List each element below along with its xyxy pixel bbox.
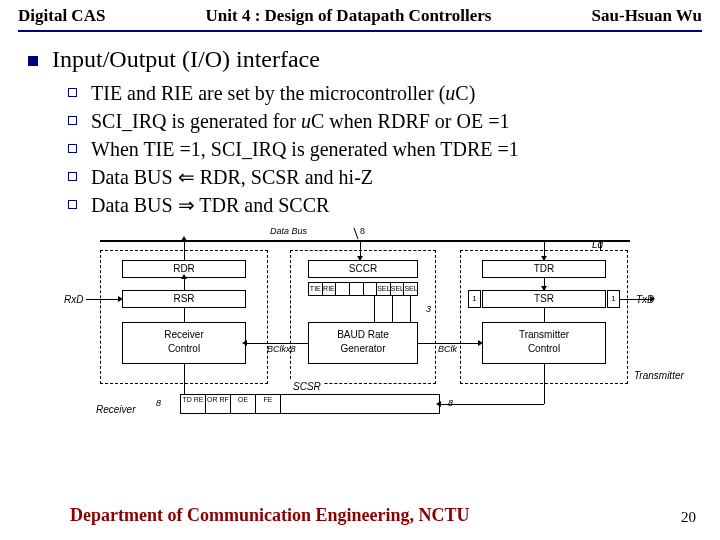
arrow-left-icon xyxy=(436,401,441,407)
connector xyxy=(410,296,411,322)
connector xyxy=(86,299,122,300)
transmitter-label: Transmitter xyxy=(634,370,684,381)
arrow-left-icon xyxy=(242,340,247,346)
bus-width-8: 8 xyxy=(448,398,453,408)
level2-text: Data BUS ⇒ TDR and SCCR xyxy=(91,193,329,218)
baud-generator-block: BAUD Rate Generator xyxy=(308,322,418,364)
level1-text: Input/Output (I/O) interface xyxy=(52,46,320,73)
level2-item: When TIE =1, SCI_IRQ is generated when T… xyxy=(68,137,692,162)
receiver-label: Receiver xyxy=(96,404,135,415)
connector xyxy=(184,278,185,290)
level2-list: TIE and RIE are set by the microcontroll… xyxy=(68,81,692,218)
connector xyxy=(184,308,185,322)
block-diagram: Data Bus 8 RDR RSR Receiver Control RxD … xyxy=(60,226,660,426)
bus-width-tick xyxy=(353,228,358,240)
transmitter-control-block: Transmitter Control xyxy=(482,322,606,364)
connector xyxy=(440,404,544,405)
hollow-square-bullet-icon xyxy=(68,88,77,97)
data-bus-label: Data Bus xyxy=(270,226,307,236)
sccr-bitfields: TIE RIE SEL2 SEL1 SEL0 xyxy=(308,282,418,296)
tdr-register: TDR xyxy=(482,260,606,278)
connector xyxy=(374,296,375,322)
bclkx8-label: BClkx8 xyxy=(267,344,296,354)
hollow-square-bullet-icon xyxy=(68,200,77,209)
receiver-control-block: Receiver Control xyxy=(122,322,246,364)
connector xyxy=(392,296,393,322)
page-number: 20 xyxy=(681,509,696,526)
stop-bit-cell: 1 xyxy=(607,290,620,308)
content-area: Input/Output (I/O) interface TIE and RIE… xyxy=(0,32,720,426)
bclk-label: BClk xyxy=(438,344,457,354)
connector xyxy=(544,364,545,404)
level2-text: SCI_IRQ is generated for uC when RDRF or… xyxy=(91,109,509,134)
level2-item: SCI_IRQ is generated for uC when RDRF or… xyxy=(68,109,692,134)
ld-label: Ld xyxy=(592,239,603,250)
bus-width-3: 3 xyxy=(426,304,431,314)
connector xyxy=(544,308,545,322)
level2-item: Data BUS ⇐ RDR, SCSR and hi-Z xyxy=(68,165,692,190)
level2-item: TIE and RIE are set by the microcontroll… xyxy=(68,81,692,106)
arrow-down-icon xyxy=(541,286,547,291)
level2-text: When TIE =1, SCI_IRQ is generated when T… xyxy=(91,137,519,162)
tsr-register: TSR xyxy=(482,290,606,308)
arrow-right-icon xyxy=(118,296,123,302)
header-left: Digital CAS xyxy=(18,6,105,26)
header-right: Sau-Hsuan Wu xyxy=(592,6,702,26)
level2-text: Data BUS ⇐ RDR, SCSR and hi-Z xyxy=(91,165,373,190)
scsr-register: TD RE OR RF OE FE xyxy=(180,394,440,414)
slide: Digital CAS Unit 4 : Design of Datapath … xyxy=(0,0,720,540)
rxd-label: RxD xyxy=(64,294,83,305)
connector xyxy=(184,364,185,394)
txd-label: TxD xyxy=(636,294,654,305)
level2-item: Data BUS ⇒ TDR and SCCR xyxy=(68,193,692,218)
level1-item: Input/Output (I/O) interface xyxy=(28,46,692,73)
connector xyxy=(246,343,308,344)
data-bus-line xyxy=(100,240,630,242)
bus-width-8: 8 xyxy=(156,398,161,408)
arrow-up-icon xyxy=(181,274,187,279)
hollow-square-bullet-icon xyxy=(68,116,77,125)
hollow-square-bullet-icon xyxy=(68,144,77,153)
header-center: Unit 4 : Design of Datapath Controllers xyxy=(206,6,492,26)
arrow-up-icon xyxy=(181,236,187,241)
sccr-register: SCCR xyxy=(308,260,418,278)
level2-text: TIE and RIE are set by the microcontroll… xyxy=(91,81,475,106)
start-bit-cell: 1 xyxy=(468,290,481,308)
bus-width-8: 8 xyxy=(360,226,365,236)
hollow-square-bullet-icon xyxy=(68,172,77,181)
scsr-label: SCSR xyxy=(290,381,324,392)
rsr-register: RSR xyxy=(122,290,246,308)
slide-header: Digital CAS Unit 4 : Design of Datapath … xyxy=(0,0,720,28)
footer-department: Department of Communication Engineering,… xyxy=(70,505,469,526)
square-bullet-icon xyxy=(28,56,38,66)
